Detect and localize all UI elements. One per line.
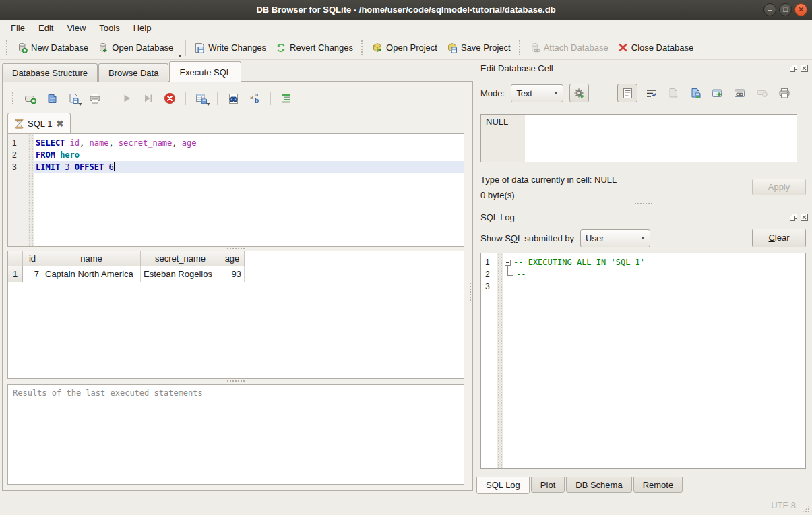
close-dock-icon[interactable] bbox=[800, 64, 809, 73]
resize-grip-icon[interactable] bbox=[802, 505, 810, 513]
column-header-age[interactable]: age bbox=[220, 251, 245, 266]
hourglass-icon bbox=[15, 119, 24, 129]
apply-button[interactable]: Apply bbox=[752, 179, 806, 195]
tab-plot[interactable]: Plot bbox=[531, 477, 565, 493]
new-sql-tab-button[interactable] bbox=[21, 90, 40, 107]
cell-name[interactable]: Captain North America bbox=[42, 266, 141, 282]
tab-execute-sql[interactable]: Execute SQL bbox=[169, 61, 241, 82]
open-external-button[interactable] bbox=[709, 85, 726, 101]
toolbar-separator bbox=[217, 92, 218, 105]
cell-value-editor[interactable]: NULL bbox=[480, 114, 797, 162]
close-sql-tab-icon[interactable]: ✖ bbox=[56, 119, 63, 129]
column-header-id[interactable]: id bbox=[23, 251, 42, 266]
clear-log-button[interactable]: Clear bbox=[752, 229, 806, 247]
auto-apply-button[interactable] bbox=[569, 84, 589, 102]
open-database-dropdown-icon[interactable] bbox=[178, 55, 182, 57]
tree-elbow bbox=[507, 266, 513, 276]
main-toolbar: New Database Open Database Write Changes… bbox=[0, 36, 812, 60]
maximize-button[interactable]: □ bbox=[779, 3, 792, 16]
sql-log-dock-header: SQL Log bbox=[480, 210, 809, 224]
save-as-icon bbox=[690, 88, 701, 99]
export-results-button[interactable] bbox=[192, 90, 211, 107]
code-area[interactable]: SELECT id, name, secret_name, age FROM h… bbox=[34, 134, 464, 246]
revert-changes-button[interactable]: Revert Changes bbox=[271, 39, 358, 57]
cell-secret-name[interactable]: Esteban Rogelios bbox=[141, 266, 220, 282]
tab-remote[interactable]: Remote bbox=[633, 477, 683, 493]
code-line-1: SELECT id, name, secret_name, age bbox=[34, 137, 464, 149]
tab-browse-data[interactable]: Browse Data bbox=[98, 63, 168, 82]
new-database-button[interactable]: New Database bbox=[12, 39, 93, 57]
word-wrap-button[interactable] bbox=[642, 85, 660, 101]
new-database-icon bbox=[17, 42, 28, 53]
statusbar: UTF-8 bbox=[0, 495, 812, 515]
close-database-button[interactable]: Close Database bbox=[613, 39, 699, 56]
cell-id[interactable]: 7 bbox=[23, 266, 42, 282]
filter-label: Show SQL submitted by bbox=[480, 233, 574, 243]
print-cell-button[interactable] bbox=[776, 85, 793, 101]
save-project-button[interactable]: Save Project bbox=[442, 39, 516, 57]
text-mode-button[interactable] bbox=[617, 84, 637, 102]
edit-cell-dock-header: Edit Database Cell bbox=[480, 61, 809, 75]
panel-splitter[interactable] bbox=[470, 283, 471, 301]
format-sql-button[interactable] bbox=[277, 90, 296, 107]
write-changes-icon bbox=[194, 42, 205, 53]
results-message-splitter[interactable] bbox=[7, 379, 464, 383]
close-button[interactable]: ✕ bbox=[794, 3, 807, 16]
submitted-by-select[interactable]: User bbox=[580, 229, 650, 247]
sql-log-view[interactable]: 1 2 3 -- EXECUTING ALL IN 'SQL 1' -- bbox=[480, 253, 806, 469]
minimize-button[interactable]: – bbox=[763, 3, 776, 16]
open-project-icon bbox=[372, 42, 383, 53]
menu-file[interactable]: File bbox=[4, 21, 32, 35]
corner-header-cell bbox=[8, 251, 23, 266]
tab-db-schema[interactable]: DB Schema bbox=[566, 477, 631, 493]
float-dock-icon[interactable] bbox=[789, 213, 798, 222]
revert-changes-icon bbox=[276, 42, 286, 53]
toolbar-grip[interactable] bbox=[12, 92, 15, 104]
cell-age[interactable]: 93 bbox=[220, 266, 245, 282]
mode-select[interactable]: Text bbox=[511, 84, 563, 102]
table-row[interactable]: 1 7 Captain North America Esteban Rogeli… bbox=[8, 266, 464, 282]
save-project-icon bbox=[447, 42, 458, 53]
svg-text:a: a bbox=[250, 94, 253, 100]
execute-current-line-button[interactable] bbox=[139, 90, 158, 107]
text-document-icon bbox=[623, 88, 633, 99]
export-data-button[interactable] bbox=[687, 85, 704, 101]
stop-sql-button[interactable] bbox=[160, 90, 179, 107]
save-sql-file-button[interactable] bbox=[64, 90, 83, 107]
sql-1-tab[interactable]: SQL 1 ✖ bbox=[7, 113, 71, 134]
replace-button[interactable]: ab bbox=[245, 90, 264, 107]
set-null-icon bbox=[757, 89, 768, 97]
collapse-icon[interactable] bbox=[505, 260, 511, 266]
menu-help[interactable]: Help bbox=[127, 21, 158, 35]
column-header-name[interactable]: name bbox=[42, 251, 141, 266]
toolbar-grip[interactable] bbox=[6, 40, 9, 55]
tab-database-structure[interactable]: Database Structure bbox=[2, 63, 98, 82]
column-header-secret-name[interactable]: secret_name bbox=[141, 251, 220, 266]
execute-sql-button[interactable] bbox=[117, 90, 136, 107]
open-project-button[interactable]: Open Project bbox=[367, 39, 442, 57]
results-grid[interactable]: id name secret_name age 1 7 Captain Nort… bbox=[7, 251, 464, 379]
dock-splitter[interactable] bbox=[475, 203, 812, 204]
new-sql-tab-icon bbox=[24, 93, 37, 104]
open-database-button[interactable]: Open Database bbox=[93, 39, 178, 57]
link-cell-button[interactable] bbox=[731, 85, 749, 101]
tab-sql-log[interactable]: SQL Log bbox=[476, 477, 530, 494]
find-button[interactable] bbox=[224, 90, 243, 107]
close-dock-icon[interactable] bbox=[800, 213, 809, 222]
import-data-button[interactable] bbox=[664, 85, 682, 101]
menu-edit[interactable]: Edit bbox=[32, 21, 60, 35]
write-changes-button[interactable]: Write Changes bbox=[189, 39, 271, 57]
toolbar-grip[interactable] bbox=[361, 40, 364, 55]
menu-tools[interactable]: Tools bbox=[92, 21, 126, 35]
right-panel: Edit Database Cell Mode: Text bbox=[475, 60, 812, 495]
menu-view[interactable]: View bbox=[60, 21, 92, 35]
set-null-button[interactable] bbox=[753, 85, 771, 101]
toolbar-grip[interactable] bbox=[519, 40, 522, 55]
results-header-row: id name secret_name age bbox=[8, 251, 464, 266]
print-sql-button[interactable] bbox=[86, 90, 104, 107]
sql-editor[interactable]: 1 2 3 SELECT id, name, secret_name, age … bbox=[7, 133, 464, 247]
float-dock-icon[interactable] bbox=[789, 64, 798, 73]
attach-database-button[interactable]: Attach Database bbox=[525, 39, 613, 57]
execute-line-icon bbox=[143, 93, 154, 104]
open-sql-file-button[interactable] bbox=[42, 90, 61, 107]
